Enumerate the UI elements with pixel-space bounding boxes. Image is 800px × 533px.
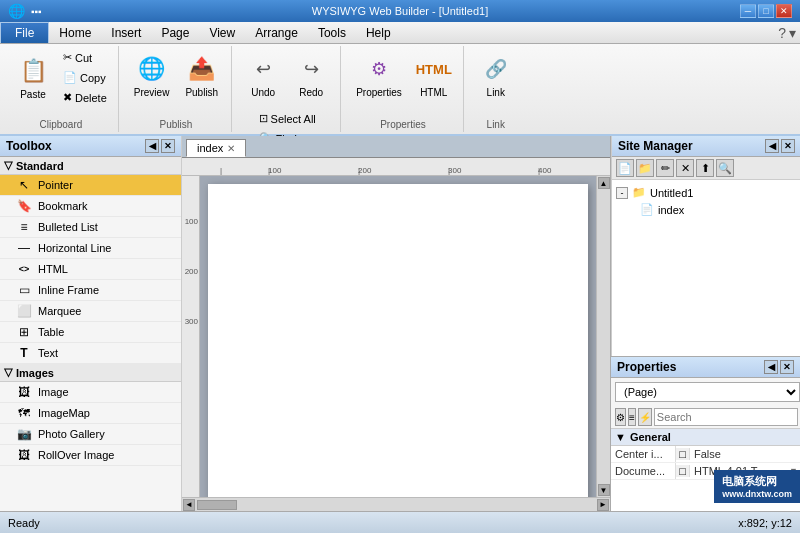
scrollbar-up-button[interactable]: ▲ xyxy=(598,177,610,189)
canvas-page xyxy=(208,184,588,497)
props-pin[interactable]: ◀ xyxy=(764,360,778,374)
tree-item-index[interactable]: 📄 index xyxy=(640,201,797,218)
ribbon-group-properties: ⚙ Properties HTML HTML Properties xyxy=(343,46,464,132)
item-label: Image xyxy=(38,386,69,398)
toolbox-item-rollover-image[interactable]: 🖼 RollOver Image xyxy=(0,445,181,466)
link-label-group: Link xyxy=(487,117,505,130)
title-bar-controls: ─ □ ✕ xyxy=(740,4,792,18)
paste-icon: 📋 xyxy=(17,55,49,87)
item-label: Bookmark xyxy=(38,200,88,212)
canvas-tab-index[interactable]: index ✕ xyxy=(186,139,246,157)
menu-insert[interactable]: Insert xyxy=(101,22,151,43)
site-manager-pin[interactable]: ◀ xyxy=(765,139,779,153)
scrollbar-thumb-h[interactable] xyxy=(197,500,237,510)
props-tb-2[interactable]: ≡ xyxy=(628,408,636,426)
scrollbar-down-button[interactable]: ▼ xyxy=(598,484,610,496)
toolbox-item-inline-frame[interactable]: ▭ Inline Frame xyxy=(0,280,181,301)
ribbon-group-clipboard: 📋 Paste ✂ Cut 📄 Copy ✖ Delete Clipboard xyxy=(4,46,119,132)
toolbox-close-button[interactable]: ✕ xyxy=(161,139,175,153)
toolbox-item-photo-gallery[interactable]: 📷 Photo Gallery xyxy=(0,424,181,445)
item-label: Bulleted List xyxy=(38,221,98,233)
menu-help[interactable]: Help xyxy=(356,22,401,43)
menu-tools[interactable]: Tools xyxy=(308,22,356,43)
link-button[interactable]: 🔗 Link xyxy=(473,48,519,103)
sm-btn-6[interactable]: 🔍 xyxy=(716,159,734,177)
toolbox-item-table[interactable]: ⊞ Table xyxy=(0,322,181,343)
horizontal-scrollbar[interactable]: ◄ ► xyxy=(182,497,610,511)
toolbox-item-text[interactable]: T Text xyxy=(0,343,181,364)
menu-page[interactable]: Page xyxy=(151,22,199,43)
toolbox-item-horizontal-line[interactable]: — Horizontal Line xyxy=(0,238,181,259)
close-button[interactable]: ✕ xyxy=(776,4,792,18)
sm-btn-2[interactable]: 📁 xyxy=(636,159,654,177)
props-tb-3[interactable]: ⚡ xyxy=(638,408,652,426)
menu-view[interactable]: View xyxy=(199,22,245,43)
item-label: Horizontal Line xyxy=(38,242,111,254)
toolbox-item-pointer[interactable]: ↖ Pointer xyxy=(0,175,181,196)
vertical-scrollbar[interactable]: ▲ ▼ xyxy=(596,176,610,497)
site-manager-close[interactable]: ✕ xyxy=(781,139,795,153)
html-button[interactable]: HTML HTML xyxy=(411,48,457,103)
properties-search[interactable] xyxy=(654,408,798,426)
menu-file[interactable]: File xyxy=(0,22,49,43)
redo-button[interactable]: ↪ Redo xyxy=(288,48,334,103)
gallery-icon: 📷 xyxy=(16,426,32,442)
item-label: HTML xyxy=(38,263,68,275)
undo-icon: ↩ xyxy=(247,53,279,85)
scrollbar-left-button[interactable]: ◄ xyxy=(183,499,195,511)
properties-button[interactable]: ⚙ Properties xyxy=(349,48,409,103)
props-close[interactable]: ✕ xyxy=(780,360,794,374)
minimize-button[interactable]: ─ xyxy=(740,4,756,18)
item-label: RollOver Image xyxy=(38,449,114,461)
sm-btn-3[interactable]: ✏ xyxy=(656,159,674,177)
properties-selector[interactable]: (Page) xyxy=(615,382,800,402)
cut-button[interactable]: ✂ Cut xyxy=(58,48,112,67)
tree-expand-root[interactable]: - xyxy=(616,187,628,199)
prop-key-0: Center i... xyxy=(611,446,676,462)
scrollbar-right-button[interactable]: ► xyxy=(597,499,609,511)
text-icon: T xyxy=(16,345,32,361)
html-tb-icon: <> xyxy=(16,261,32,277)
imagemap-icon: 🗺 xyxy=(16,405,32,421)
toolbox-item-bookmark[interactable]: 🔖 Bookmark xyxy=(0,196,181,217)
toolbox-section-images[interactable]: ▽ Images xyxy=(0,364,181,382)
section-expand-icon: ▽ xyxy=(4,159,12,172)
props-tb-1[interactable]: ⚙ xyxy=(615,408,626,426)
toolbox: Toolbox ◀ ✕ ▽ Standard ↖ Pointer 🔖 Bookm… xyxy=(0,136,182,511)
preview-button[interactable]: 🌐 Preview xyxy=(127,48,177,103)
toolbox-pin-button[interactable]: ◀ xyxy=(145,139,159,153)
tab-close-icon[interactable]: ✕ xyxy=(227,143,235,154)
link-icon: 🔗 xyxy=(480,53,512,85)
maximize-button[interactable]: □ xyxy=(758,4,774,18)
paste-button[interactable]: 📋 Paste xyxy=(10,50,56,105)
toolbox-controls: ◀ ✕ xyxy=(145,139,175,153)
toolbox-item-image[interactable]: 🖼 Image xyxy=(0,382,181,403)
tree-item-root[interactable]: - 📁 Untitled1 xyxy=(616,184,797,201)
marquee-icon: ⬜ xyxy=(16,303,32,319)
main-area: Toolbox ◀ ✕ ▽ Standard ↖ Pointer 🔖 Bookm… xyxy=(0,136,800,511)
menu-arrange[interactable]: Arrange xyxy=(245,22,308,43)
sm-btn-4[interactable]: ✕ xyxy=(676,159,694,177)
prop-val-0: False xyxy=(690,446,800,462)
toolbox-item-marquee[interactable]: ⬜ Marquee xyxy=(0,301,181,322)
toolbox-section-standard[interactable]: ▽ Standard xyxy=(0,157,181,175)
redo-icon: ↪ xyxy=(295,53,327,85)
ribbon-group-publish: 🌐 Preview 📤 Publish Publish xyxy=(121,46,232,132)
delete-button[interactable]: ✖ Delete xyxy=(58,88,112,107)
sm-btn-1[interactable]: 📄 xyxy=(616,159,634,177)
menu-home[interactable]: Home xyxy=(49,22,101,43)
toolbox-item-imagemap[interactable]: 🗺 ImageMap xyxy=(0,403,181,424)
undo-button[interactable]: ↩ Undo xyxy=(240,48,286,103)
publish-button[interactable]: 📤 Publish xyxy=(178,48,225,103)
watermark: 电脑系统网 www.dnxtw.com xyxy=(714,470,800,503)
copy-icon: 📄 xyxy=(63,71,77,84)
canvas-workspace[interactable] xyxy=(200,176,596,497)
publish-label-group: Publish xyxy=(160,117,193,130)
sm-btn-5[interactable]: ⬆ xyxy=(696,159,714,177)
toolbox-item-bulleted-list[interactable]: ≡ Bulleted List xyxy=(0,217,181,238)
select-all-button[interactable]: ⊡ Select All xyxy=(254,109,321,128)
copy-button[interactable]: 📄 Copy xyxy=(58,68,112,87)
site-manager: Site Manager ◀ ✕ 📄 📁 ✏ ✕ ⬆ 🔍 - 📁 Untitle… xyxy=(611,136,800,356)
item-label: Photo Gallery xyxy=(38,428,105,440)
toolbox-item-html[interactable]: <> HTML xyxy=(0,259,181,280)
